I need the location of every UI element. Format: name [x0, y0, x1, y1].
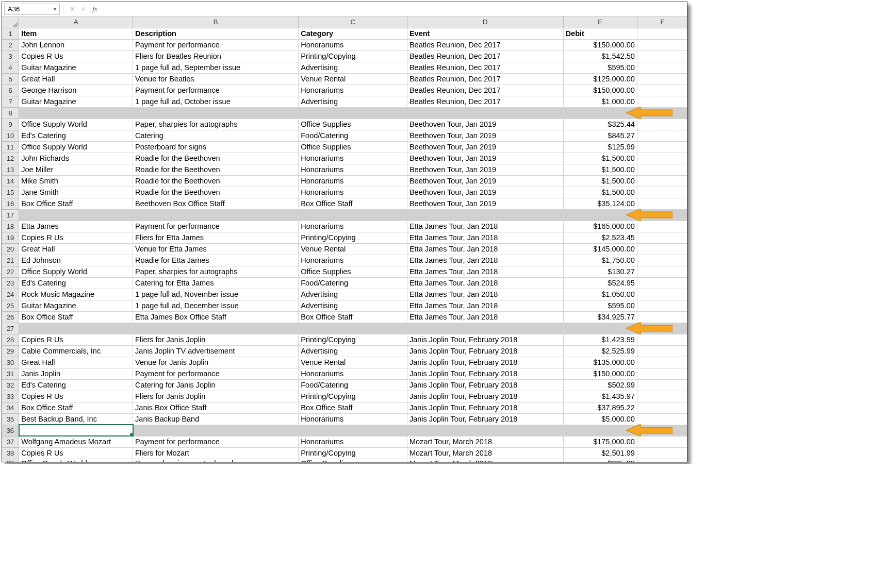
cell-D11[interactable]: Beethoven Tour, Jan 2019 [407, 141, 563, 153]
cell-A36[interactable] [19, 425, 133, 436]
cell-F30[interactable] [637, 357, 687, 368]
cell-D10[interactable]: Beethoven Tour, Jan 2019 [407, 130, 563, 141]
cell-B29[interactable]: Janis Joplin TV advertisement [133, 345, 299, 357]
cell-D32[interactable]: Janis Joplin Tour, February 2018 [407, 379, 563, 391]
row-header-39[interactable]: 39 [2, 459, 19, 462]
cell-F33[interactable] [637, 391, 687, 402]
cell-A3[interactable]: Copies R Us [19, 51, 133, 62]
row-header-5[interactable]: 5 [2, 73, 19, 85]
cell-D9[interactable]: Beethoven Tour, Jan 2019 [407, 119, 563, 130]
cell-B19[interactable]: Fliers for Etta James [133, 232, 299, 243]
cell-E10[interactable]: $845.27 [563, 130, 637, 141]
cell-F6[interactable] [637, 85, 687, 96]
cell-B30[interactable]: Venue for Janis Joplin [133, 357, 299, 368]
cell-A24[interactable]: Rock Music Magazine [19, 289, 133, 300]
cell-A34[interactable]: Box Office Staff [19, 402, 133, 413]
cell-D7[interactable]: Beatles Reunion, Dec 2017 [407, 96, 563, 107]
cell-F2[interactable] [637, 39, 687, 51]
cell-D30[interactable]: Janis Joplin Tour, February 2018 [407, 357, 563, 368]
cell-B13[interactable]: Roadie for the Beethoven [133, 164, 299, 175]
column-header-F[interactable]: F [637, 16, 687, 28]
cell-E30[interactable]: $135,000.00 [563, 357, 637, 368]
fx-icon[interactable]: fx [89, 4, 101, 15]
cell-C17[interactable] [299, 209, 407, 221]
row-header-18[interactable]: 18 [2, 221, 19, 232]
row-header-26[interactable]: 26 [2, 311, 19, 323]
cell-E12[interactable]: $1,500.00 [563, 153, 637, 164]
row-header-11[interactable]: 11 [2, 141, 19, 153]
cell-B1[interactable]: Description [133, 28, 299, 39]
cell-F10[interactable] [637, 130, 687, 141]
cell-F21[interactable] [637, 255, 687, 266]
row-header-23[interactable]: 23 [2, 277, 19, 289]
cell-C31[interactable]: Honorariums [299, 368, 407, 379]
cell-E5[interactable]: $125,000.00 [563, 73, 637, 85]
row-header-34[interactable]: 34 [2, 402, 19, 413]
cell-C20[interactable]: Venue Rental [299, 243, 407, 255]
cell-B28[interactable]: Fliers for Janis Joplin [133, 334, 299, 345]
cell-A15[interactable]: Jane Smith [19, 187, 133, 198]
row-header-22[interactable]: 22 [2, 266, 19, 277]
cell-D2[interactable]: Beatles Reunion, Dec 2017 [407, 39, 563, 51]
cell-A12[interactable]: John Richards [19, 153, 133, 164]
cell-E11[interactable]: $125.99 [563, 141, 637, 153]
cell-F22[interactable] [637, 266, 687, 277]
cell-F18[interactable] [637, 221, 687, 232]
row-header-20[interactable]: 20 [2, 243, 19, 255]
cell-B16[interactable]: Beethoven Box Office Staff [133, 198, 299, 209]
cell-F25[interactable] [637, 300, 687, 311]
cell-E33[interactable]: $1,435.97 [563, 391, 637, 402]
cell-E6[interactable]: $150,000.00 [563, 85, 637, 96]
cell-F37[interactable] [637, 436, 687, 447]
cell-C14[interactable]: Honorariums [299, 175, 407, 187]
cell-D4[interactable]: Beatles Reunion, Dec 2017 [407, 62, 563, 73]
row-header-37[interactable]: 37 [2, 436, 19, 447]
cell-B22[interactable]: Paper, sharpies for autographs [133, 266, 299, 277]
row-header-3[interactable]: 3 [2, 51, 19, 62]
cell-A16[interactable]: Box Office Staff [19, 198, 133, 209]
cell-D28[interactable]: Janis Joplin Tour, February 2018 [407, 334, 563, 345]
cell-B27[interactable] [133, 323, 299, 334]
row-header-19[interactable]: 19 [2, 232, 19, 243]
cell-C38[interactable]: Printing/Copying [299, 447, 407, 459]
cell-A7[interactable]: Guitar Magazine [19, 96, 133, 107]
cell-F20[interactable] [637, 243, 687, 255]
cell-A25[interactable]: Guitar Magazine [19, 300, 133, 311]
cell-F13[interactable] [637, 164, 687, 175]
cell-B26[interactable]: Etta James Box Office Staff [133, 311, 299, 323]
cell-B32[interactable]: Catering for Janis Joplin [133, 379, 299, 391]
cell-D23[interactable]: Etta James Tour, Jan 2018 [407, 277, 563, 289]
cell-A38[interactable]: Copies R Us [19, 447, 133, 459]
name-box[interactable]: A36 ▼ [4, 4, 60, 15]
cell-E16[interactable]: $35,124.00 [563, 198, 637, 209]
cell-F38[interactable] [637, 447, 687, 459]
cell-F28[interactable] [637, 334, 687, 345]
cell-C12[interactable]: Honorariums [299, 153, 407, 164]
cell-B8[interactable] [133, 107, 299, 119]
cell-A8[interactable] [19, 107, 133, 119]
cell-C21[interactable]: Honorariums [299, 255, 407, 266]
cell-F35[interactable] [637, 413, 687, 425]
cell-D24[interactable]: Etta James Tour, Jan 2018 [407, 289, 563, 300]
column-header-E[interactable]: E [563, 16, 637, 28]
cell-B39[interactable]: Paper, sharpies, poster board [133, 459, 299, 462]
row-header-8[interactable]: 8 [2, 107, 19, 119]
cell-B4[interactable]: 1 page full ad, September issue [133, 62, 299, 73]
cell-A35[interactable]: Best Backup Band, Inc [19, 413, 133, 425]
cell-E32[interactable]: $502.99 [563, 379, 637, 391]
cell-A28[interactable]: Copies R Us [19, 334, 133, 345]
cell-D26[interactable]: Etta James Tour, Jan 2018 [407, 311, 563, 323]
cell-B31[interactable]: Payment for performance [133, 368, 299, 379]
cell-E21[interactable]: $1,750.00 [563, 255, 637, 266]
cell-B9[interactable]: Paper, sharpies for autographs [133, 119, 299, 130]
cell-E20[interactable]: $145,000.00 [563, 243, 637, 255]
cell-E9[interactable]: $325.44 [563, 119, 637, 130]
cell-B37[interactable]: Payment for performance [133, 436, 299, 447]
cell-A13[interactable]: Joe Miller [19, 164, 133, 175]
cell-A14[interactable]: Mike Smith [19, 175, 133, 187]
spreadsheet-grid[interactable]: ABCDEF1ItemDescriptionCategoryEventDebit… [2, 16, 687, 462]
cell-E15[interactable]: $1,500.00 [563, 187, 637, 198]
cell-A4[interactable]: Guitar Magazine [19, 62, 133, 73]
cell-C3[interactable]: Printing/Copying [299, 51, 407, 62]
row-header-4[interactable]: 4 [2, 62, 19, 73]
